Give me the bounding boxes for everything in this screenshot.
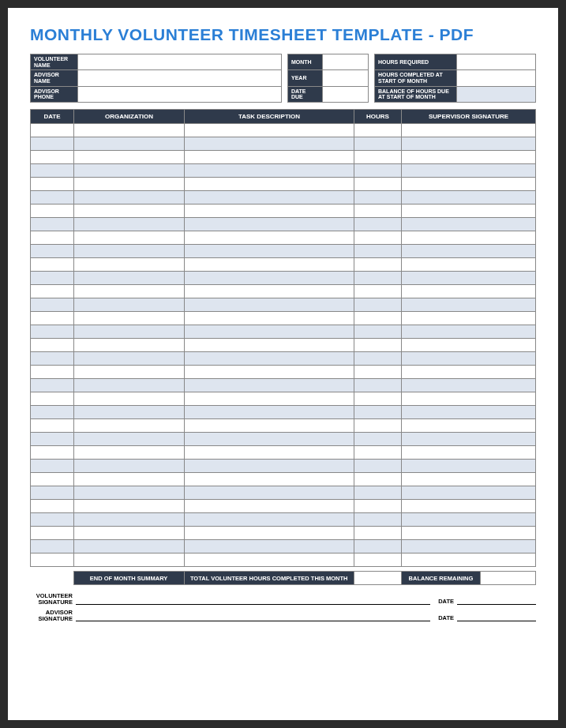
cell-task[interactable] <box>185 298 354 312</box>
cell-date[interactable] <box>31 124 74 137</box>
volunteer-signature-line[interactable] <box>76 595 430 605</box>
cell-task[interactable] <box>185 218 354 231</box>
cell-date[interactable] <box>31 433 74 446</box>
cell-hours[interactable] <box>354 325 402 339</box>
cell-sig[interactable] <box>402 245 536 258</box>
cell-task[interactable] <box>185 205 354 218</box>
cell-sig[interactable] <box>402 379 536 392</box>
cell-hours[interactable] <box>354 245 402 258</box>
cell-task[interactable] <box>185 433 354 446</box>
cell-org[interactable] <box>74 151 185 164</box>
cell-sig[interactable] <box>402 486 536 500</box>
cell-date[interactable] <box>31 191 74 205</box>
cell-hours[interactable] <box>354 272 402 285</box>
cell-org[interactable] <box>74 178 185 191</box>
cell-date[interactable] <box>31 473 74 486</box>
cell-hours[interactable] <box>354 392 402 406</box>
cell-hours[interactable] <box>354 124 402 137</box>
cell-org[interactable] <box>74 285 185 298</box>
cell-date[interactable] <box>31 446 74 460</box>
cell-date[interactable] <box>31 379 74 392</box>
cell-sig[interactable] <box>402 178 536 191</box>
cell-hours[interactable] <box>354 433 402 446</box>
cell-hours[interactable] <box>354 513 402 527</box>
cell-date[interactable] <box>31 500 74 513</box>
cell-task[interactable] <box>185 272 354 285</box>
cell-sig[interactable] <box>402 151 536 164</box>
cell-date[interactable] <box>31 218 74 231</box>
cell-sig[interactable] <box>402 272 536 285</box>
cell-hours[interactable] <box>354 164 402 178</box>
cell-sig[interactable] <box>402 446 536 460</box>
year-field[interactable] <box>323 70 369 86</box>
cell-org[interactable] <box>74 124 185 137</box>
cell-task[interactable] <box>185 245 354 258</box>
cell-org[interactable] <box>74 473 185 486</box>
advisor-signature-line[interactable] <box>76 612 430 621</box>
cell-date[interactable] <box>31 178 74 191</box>
cell-hours[interactable] <box>354 527 402 540</box>
cell-hours[interactable] <box>354 352 402 366</box>
cell-org[interactable] <box>74 366 185 379</box>
cell-hours[interactable] <box>354 419 402 433</box>
cell-task[interactable] <box>185 486 354 500</box>
cell-sig[interactable] <box>402 258 536 272</box>
cell-org[interactable] <box>74 554 185 567</box>
cell-org[interactable] <box>74 379 185 392</box>
cell-org[interactable] <box>74 352 185 366</box>
cell-date[interactable] <box>31 392 74 406</box>
cell-task[interactable] <box>185 460 354 473</box>
cell-sig[interactable] <box>402 419 536 433</box>
cell-sig[interactable] <box>402 339 536 352</box>
cell-org[interactable] <box>74 527 185 540</box>
cell-hours[interactable] <box>354 486 402 500</box>
cell-org[interactable] <box>74 419 185 433</box>
cell-task[interactable] <box>185 513 354 527</box>
cell-date[interactable] <box>31 513 74 527</box>
cell-date[interactable] <box>31 312 74 325</box>
cell-org[interactable] <box>74 392 185 406</box>
cell-task[interactable] <box>185 406 354 419</box>
cell-task[interactable] <box>185 540 354 554</box>
hours-completed-field[interactable] <box>457 70 536 86</box>
cell-org[interactable] <box>74 460 185 473</box>
cell-task[interactable] <box>185 178 354 191</box>
cell-task[interactable] <box>185 419 354 433</box>
cell-date[interactable] <box>31 325 74 339</box>
cell-task[interactable] <box>185 473 354 486</box>
cell-date[interactable] <box>31 540 74 554</box>
cell-sig[interactable] <box>402 500 536 513</box>
cell-hours[interactable] <box>354 218 402 231</box>
cell-task[interactable] <box>185 352 354 366</box>
cell-hours[interactable] <box>354 460 402 473</box>
cell-task[interactable] <box>185 325 354 339</box>
cell-org[interactable] <box>74 164 185 178</box>
cell-task[interactable] <box>185 124 354 137</box>
cell-sig[interactable] <box>402 513 536 527</box>
cell-task[interactable] <box>185 500 354 513</box>
cell-hours[interactable] <box>354 406 402 419</box>
cell-sig[interactable] <box>402 137 536 151</box>
cell-org[interactable] <box>74 513 185 527</box>
cell-sig[interactable] <box>402 231 536 245</box>
cell-hours[interactable] <box>354 151 402 164</box>
cell-sig[interactable] <box>402 527 536 540</box>
cell-sig[interactable] <box>402 191 536 205</box>
cell-org[interactable] <box>74 486 185 500</box>
cell-date[interactable] <box>31 406 74 419</box>
cell-hours[interactable] <box>354 500 402 513</box>
cell-date[interactable] <box>31 164 74 178</box>
balance-due-field[interactable] <box>457 86 536 102</box>
cell-org[interactable] <box>74 406 185 419</box>
cell-hours[interactable] <box>354 379 402 392</box>
cell-date[interactable] <box>31 486 74 500</box>
cell-date[interactable] <box>31 258 74 272</box>
cell-task[interactable] <box>185 339 354 352</box>
advisor-name-field[interactable] <box>78 70 282 86</box>
cell-hours[interactable] <box>354 178 402 191</box>
cell-org[interactable] <box>74 258 185 272</box>
cell-org[interactable] <box>74 325 185 339</box>
cell-sig[interactable] <box>402 460 536 473</box>
cell-task[interactable] <box>185 258 354 272</box>
date-due-field[interactable] <box>323 86 369 102</box>
